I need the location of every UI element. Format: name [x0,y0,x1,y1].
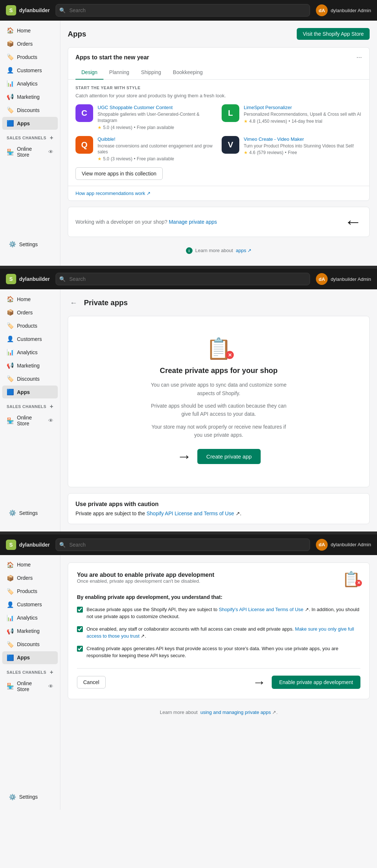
sidebar-item-settings[interactable]: ⚙️ Settings [4,238,56,251]
sidebar-item-orders[interactable]: 📦 Orders [2,37,58,50]
create-private-apps-desc1: You can use private apps to sync data an… [149,381,289,397]
search-input[interactable] [56,4,310,17]
sidebar-item-customers[interactable]: 👤 Customers [2,64,58,77]
sidebar3-item-orders[interactable]: 📦 Orders [2,572,58,585]
sidebar3-item-customers[interactable]: 👤 Customers [2,598,58,611]
sidebar-label: Marketing [17,628,39,634]
sidebar-label: Products [17,54,37,60]
sidebar2-item-apps[interactable]: 🟦 Apps [2,386,58,398]
checkbox-2[interactable] [77,626,83,632]
sidebar-item-online-store[interactable]: 🏪 Online Store 👁 [2,143,58,161]
info-icon: i [186,247,193,254]
user-menu-3[interactable]: dA dylanbuilder Admin [316,539,371,551]
sidebar3-item-home[interactable]: 🏠 Home [2,558,58,571]
cancel-button[interactable]: Cancel [77,676,106,689]
sidebar3-item-analytics[interactable]: 📊 Analytics [2,611,58,624]
search-input-2[interactable] [56,273,310,285]
app-name-quibble[interactable]: Quibble! [98,136,115,142]
app-name-ugc[interactable]: UGC Shoppable Customer Content [98,105,173,110]
shopify-logo-3: S dylanbuilder [6,540,50,550]
sidebar2-item-home[interactable]: 🏠 Home [2,293,58,306]
sidebar-item-apps[interactable]: 🟦 Apps [2,117,58,130]
screen-3: S dylanbuilder 🔍 dA dylanbuilder Admin 🏠… [0,534,377,810]
caution-text: Private apps are subject to the Shopify … [75,510,362,516]
external-link-icon: ↗ [147,191,151,196]
sidebar-item-products[interactable]: 🏷️ Products [2,50,58,63]
using-managing-link[interactable]: using and managing private apps [200,710,272,715]
app-illustration-container: 📋 ✕ [206,338,232,359]
sidebar-item-analytics[interactable]: 📊 Analytics [2,77,58,90]
store-name: dylanbuilder [19,7,50,13]
eye-icon-3[interactable]: 👁 [48,683,53,689]
avatar-3: dA [316,539,328,551]
sidebar2-item-marketing[interactable]: 📢 Marketing [2,359,58,372]
visit-store-button[interactable]: Visit the Shopify App Store [297,28,370,40]
sidebar2-item-settings[interactable]: ⚙️ Settings [4,506,56,519]
illustration-container: 📋 ✕ [342,572,360,586]
sidebar3-item-marketing[interactable]: 📢 Marketing [2,625,58,638]
sidebar2-item-analytics[interactable]: 📊 Analytics [2,346,58,359]
search-input-3[interactable] [56,538,310,551]
eye-icon-2[interactable]: 👁 [48,418,53,423]
recommendations-link[interactable]: How app recommendations work ↗ [75,191,362,196]
user-menu-2[interactable]: dA dylanbuilder Admin [316,273,371,285]
create-private-app-button[interactable]: Create private app [197,449,260,464]
add-channel-icon-3[interactable]: + [50,669,53,676]
sidebar-label: Orders [17,575,33,581]
user-menu[interactable]: dA dylanbuilder Admin [316,4,371,16]
orders-icon-3: 📦 [7,575,13,582]
sidebar-label: Discounts [17,641,39,647]
back-header: ← Private apps [68,297,370,308]
sidebar-label: Orders [17,41,33,47]
enable-private-dev-button[interactable]: Enable private app development [272,676,360,689]
sidebar-item-home[interactable]: 🏠 Home [2,24,58,37]
checkbox-label-1: Because private apps use the Shopify API… [87,606,360,620]
tab-bookkeeping[interactable]: Bookkeeping [167,66,209,80]
checkbox-1[interactable] [77,607,83,613]
sales-channels-title-3: SALES CHANNELS + [0,665,60,677]
sidebar3-item-settings[interactable]: ⚙️ Settings [4,791,56,803]
sidebar2-item-customers[interactable]: 👤 Customers [2,332,58,345]
orders-icon-2: 📦 [7,309,13,316]
sidebar3-item-online-store[interactable]: 🏪 Online Store 👁 [2,677,58,695]
app-name-vimeo[interactable]: Vimeo Create - Video Maker [244,136,304,142]
separator: • [134,125,135,130]
app-name-limespot[interactable]: LimeSpot Personalizer [244,105,292,110]
shopify-icon-3: S [6,540,16,550]
manage-private-apps-link[interactable]: Manage private apps [169,219,217,225]
sidebar-label: Analytics [17,349,38,355]
eye-icon[interactable]: 👁 [48,149,53,155]
sidebar-label: Apps [17,655,30,660]
checkbox-3[interactable] [77,646,83,652]
shopify-terms-link-1[interactable]: Shopify's API License and Terms of Use [219,607,303,612]
more-options-icon[interactable]: ··· [356,53,362,61]
sidebar2-item-discounts[interactable]: 🏷️ Discounts [2,372,58,385]
sidebar2-item-orders[interactable]: 📦 Orders [2,306,58,319]
apps-learn-link[interactable]: apps ↗ [236,248,252,253]
back-button[interactable]: ← [68,297,80,308]
tab-shipping[interactable]: Shipping [135,66,167,80]
view-more-button[interactable]: View more apps in this collection [75,167,163,180]
app-info-quibble: Quibble! Increase conversions and custom… [98,136,216,162]
sidebar-item-discounts[interactable]: 🏷️ Discounts [2,104,58,116]
sidebar2-item-online-store[interactable]: 🏪 Online Store 👁 [2,412,58,429]
shopify-icon-2: S [6,274,16,284]
shopify-icon: S [6,5,16,15]
tab-planning[interactable]: Planning [103,66,135,80]
create-private-apps-desc3: Your store may not work properly or rece… [149,423,289,439]
enable-title: You are about to enable private app deve… [77,572,214,578]
sidebar2-item-products[interactable]: 🏷️ Products [2,319,58,332]
products-icon: 🏷️ [7,53,13,60]
sidebar-item-marketing[interactable]: 📢 Marketing [2,90,58,103]
tab-design[interactable]: Design [75,66,103,80]
sidebar3-item-apps[interactable]: 🟦 Apps [2,651,58,664]
sidebar3-item-discounts[interactable]: 🏷️ Discounts [2,638,58,651]
sidebar3-item-products[interactable]: 🏷️ Products [2,585,58,598]
api-terms-link[interactable]: Shopify API License and Terms of Use [147,510,234,516]
add-channel-icon-2[interactable]: + [50,403,53,410]
add-channel-icon[interactable]: + [50,135,53,141]
sidebar-label: Discounts [17,107,39,113]
online-store-icon-3: 🏪 [7,683,13,690]
trust-link[interactable]: Make sure you only give full access to t… [87,626,354,639]
separator: • [285,150,286,155]
